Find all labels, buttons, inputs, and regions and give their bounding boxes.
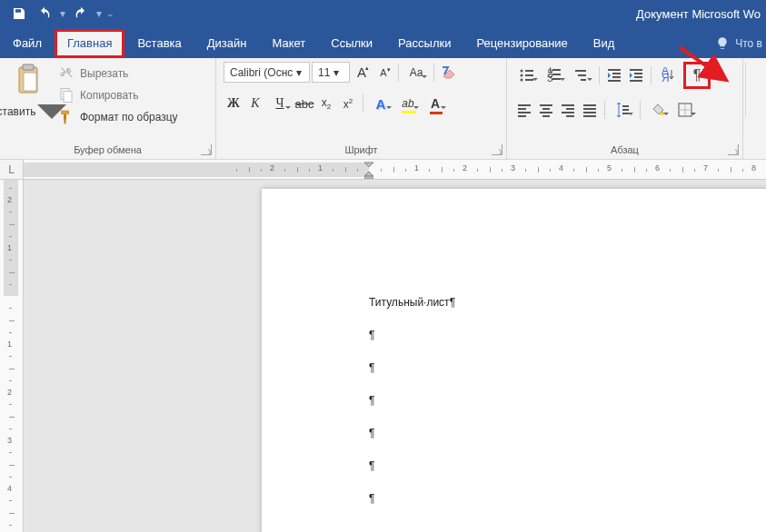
multilevel-list-button[interactable]: [569, 65, 594, 85]
tab-home[interactable]: Главная: [55, 29, 124, 58]
svg-rect-34: [540, 104, 552, 106]
svg-rect-42: [583, 104, 596, 106]
svg-rect-26: [634, 76, 642, 78]
ribbon-tabs: Файл Главная Вставка Дизайн Макет Ссылки…: [0, 27, 766, 58]
align-left-button[interactable]: [514, 100, 534, 120]
svg-rect-17: [575, 70, 586, 72]
paste-button[interactable]: Вставить: [7, 62, 49, 127]
align-left-icon: [516, 102, 532, 118]
chevron-down-icon: [628, 112, 633, 117]
underline-button[interactable]: Ч: [267, 94, 293, 113]
text-effects-button[interactable]: A: [368, 94, 393, 113]
tab-references[interactable]: Ссылки: [318, 29, 385, 58]
strikethrough-button[interactable]: abc: [294, 94, 314, 113]
chevron-down-icon: [587, 77, 592, 83]
redo-icon: [74, 6, 88, 21]
format-painter-button[interactable]: Формат по образцу: [55, 107, 182, 127]
font-launcher[interactable]: [492, 144, 502, 155]
borders-button[interactable]: [672, 100, 698, 120]
quick-access-toolbar: ▾ ▾ ₌: [0, 2, 122, 25]
align-center-button[interactable]: [536, 100, 556, 120]
svg-rect-47: [622, 109, 629, 111]
save-button[interactable]: [7, 2, 31, 25]
strikethrough-icon: abc: [295, 97, 314, 111]
show-hide-button[interactable]: ¶: [688, 66, 706, 84]
cut-button[interactable]: Вырезать: [55, 64, 182, 84]
chevron-down-icon: ▾: [296, 66, 302, 79]
tab-review[interactable]: Рецензирование: [463, 29, 580, 58]
highlight-button[interactable]: ab: [395, 94, 421, 113]
page-canvas[interactable]: Титульный·лист¶ ¶ ¶ ¶ ¶ ¶ ¶: [24, 180, 766, 532]
tab-file[interactable]: Файл: [0, 29, 55, 58]
bold-button[interactable]: Ж: [224, 94, 244, 113]
ruler-corner[interactable]: L: [0, 160, 24, 180]
sort-button[interactable]: AЯ: [656, 65, 681, 85]
pilcrow-icon: ¶: [693, 67, 701, 84]
svg-text:3: 3: [547, 72, 553, 84]
paste-label: Вставить: [0, 105, 35, 118]
chevron-down-icon: [691, 112, 696, 117]
italic-button[interactable]: К: [245, 94, 265, 113]
pilcrow-mark: ¶: [369, 459, 374, 472]
svg-rect-20: [608, 69, 621, 71]
svg-text:Я: Я: [662, 72, 670, 84]
shading-button[interactable]: [645, 100, 671, 120]
font-size-dropdown[interactable]: 11▾: [312, 62, 350, 83]
align-right-icon: [560, 102, 576, 118]
horizontal-ruler[interactable]: 21123456789: [24, 160, 766, 180]
tab-insert[interactable]: Вставка: [124, 29, 194, 58]
pilcrow-mark: ¶: [450, 296, 455, 309]
justify-button[interactable]: [580, 100, 600, 120]
change-case-button[interactable]: Aa: [403, 63, 429, 83]
grow-font-button[interactable]: A▴: [352, 63, 372, 83]
qat-separator: ▾: [95, 7, 104, 20]
subscript-button[interactable]: x2: [316, 94, 336, 113]
svg-rect-14: [552, 74, 561, 75]
decrease-indent-button[interactable]: [604, 65, 624, 85]
tab-view[interactable]: Вид: [581, 29, 628, 58]
align-center-icon: [538, 102, 554, 118]
clear-formatting-button[interactable]: [439, 63, 459, 83]
superscript-button[interactable]: x2: [338, 94, 358, 113]
divider: [604, 101, 605, 119]
align-right-button[interactable]: [558, 100, 578, 120]
indent-icon: [628, 67, 644, 84]
shrink-font-button[interactable]: A▾: [373, 63, 393, 83]
chevron-down-icon: [422, 74, 427, 80]
svg-rect-45: [583, 115, 596, 117]
subscript-icon: x2: [322, 96, 331, 111]
divider: [599, 66, 600, 84]
font-name-dropdown[interactable]: Calibri (Оснс▾: [224, 62, 310, 83]
copy-button[interactable]: Копировать: [55, 85, 182, 105]
svg-rect-43: [583, 108, 596, 110]
divider: [640, 101, 641, 119]
tell-me[interactable]: Что в: [710, 36, 766, 58]
svg-rect-41: [566, 115, 574, 117]
undo-button[interactable]: [33, 2, 56, 25]
eraser-icon: [441, 64, 457, 81]
svg-rect-31: [518, 108, 526, 110]
line-spacing-button[interactable]: [610, 100, 635, 120]
qat-customize[interactable]: ₌: [105, 7, 114, 20]
title-bar: ▾ ▾ ₌ Документ Microsoft Wo: [0, 0, 766, 27]
svg-rect-8: [525, 74, 533, 76]
svg-rect-39: [566, 108, 574, 110]
svg-rect-6: [525, 70, 533, 72]
tab-design[interactable]: Дизайн: [194, 29, 260, 58]
highlight-icon: ab: [402, 97, 413, 110]
chevron-down-icon: [532, 77, 538, 83]
clipboard-launcher[interactable]: [201, 144, 212, 155]
page-content[interactable]: Титульный·лист¶ ¶ ¶ ¶ ¶ ¶ ¶: [262, 189, 766, 525]
show-hide-highlight: ¶: [683, 62, 711, 89]
svg-rect-44: [583, 112, 596, 113]
font-color-button[interactable]: A: [423, 94, 448, 113]
paragraph-launcher[interactable]: [728, 144, 739, 155]
redo-button[interactable]: [69, 2, 93, 25]
increase-indent-button[interactable]: [626, 65, 646, 85]
tab-layout[interactable]: Макет: [259, 29, 318, 58]
numbering-button[interactable]: 123: [542, 65, 567, 85]
divider: [651, 66, 652, 84]
bullets-button[interactable]: [514, 65, 540, 85]
vertical-ruler[interactable]: 211234: [0, 180, 24, 532]
tab-mailings[interactable]: Рассылки: [385, 29, 463, 58]
